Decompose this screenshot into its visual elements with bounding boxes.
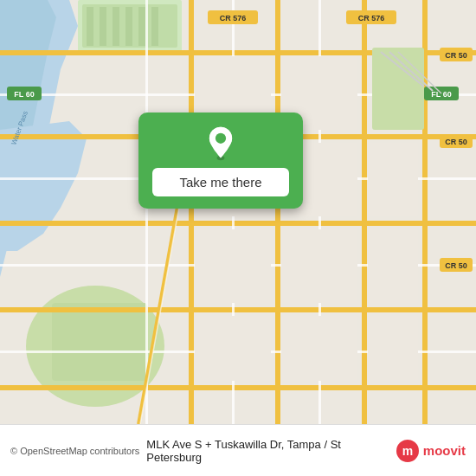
svg-text:CR 50: CR 50 [445, 261, 467, 270]
bottom-bar: © OpenStreetMap contributors MLK Ave S +… [0, 424, 476, 476]
map-background: CR 576 CR 576 FL 60 FL 60 CR 1 CR 1 CR 1… [0, 0, 476, 424]
map-container: CR 576 CR 576 FL 60 FL 60 CR 1 CR 1 CR 1… [0, 0, 476, 424]
svg-rect-9 [125, 7, 132, 46]
svg-text:CR 50: CR 50 [445, 51, 467, 60]
location-label: MLK Ave S + Tuskawilla Dr, Tampa / St Pe… [146, 438, 395, 464]
svg-rect-16 [0, 221, 476, 226]
moovit-icon: m [396, 439, 420, 463]
svg-rect-61 [281, 316, 357, 381]
svg-rect-17 [0, 307, 476, 312]
take-me-there-button[interactable]: Take me there [152, 168, 289, 196]
svg-rect-7 [100, 7, 106, 46]
svg-text:CR 50: CR 50 [445, 138, 467, 146]
svg-rect-20 [275, 0, 280, 424]
popup-card[interactable]: Take me there [138, 113, 303, 209]
svg-rect-13 [52, 303, 147, 381]
svg-rect-6 [87, 7, 93, 46]
svg-rect-10 [138, 7, 145, 46]
svg-text:CR 576: CR 576 [220, 14, 247, 23]
svg-rect-64 [368, 316, 418, 381]
location-pin-icon [203, 125, 239, 161]
svg-point-70 [215, 133, 226, 144]
moovit-logo: m moovit [396, 439, 466, 463]
svg-rect-21 [362, 0, 367, 424]
svg-rect-19 [189, 0, 194, 424]
osm-credit-text: © OpenStreetMap contributors [10, 446, 139, 456]
svg-text:FL 60: FL 60 [431, 90, 451, 99]
svg-rect-62 [368, 143, 418, 216]
svg-text:m: m [402, 444, 413, 458]
svg-text:FL 60: FL 60 [14, 90, 34, 99]
svg-rect-11 [151, 7, 158, 46]
svg-rect-58 [195, 229, 271, 303]
svg-text:CR 576: CR 576 [358, 14, 385, 23]
svg-rect-29 [145, 0, 148, 424]
moovit-label: moovit [423, 443, 466, 458]
svg-rect-8 [113, 7, 119, 46]
svg-rect-63 [368, 229, 418, 303]
svg-rect-59 [281, 229, 357, 303]
svg-rect-60 [195, 316, 271, 381]
svg-rect-18 [0, 385, 476, 390]
